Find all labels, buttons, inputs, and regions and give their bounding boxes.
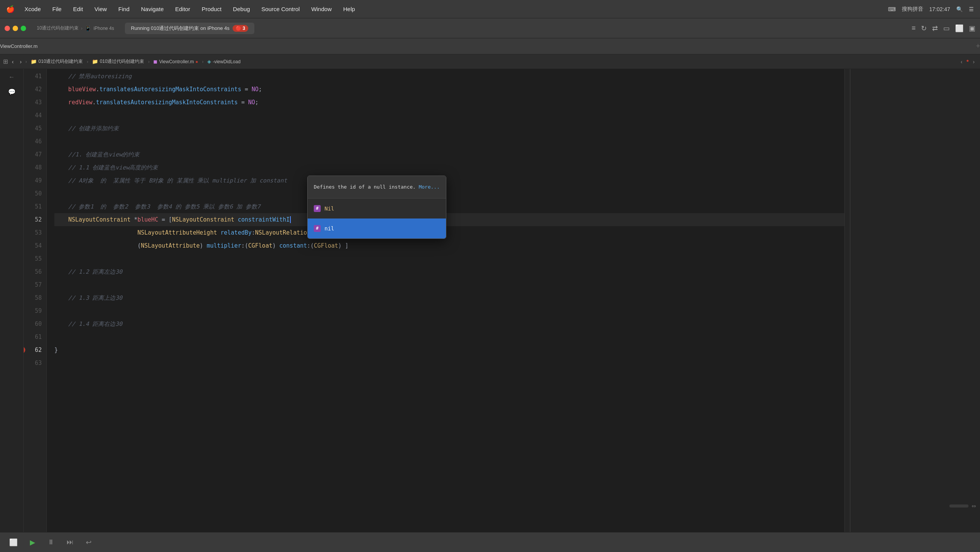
menu-xcode[interactable]: Xcode (19, 4, 46, 14)
file-icon: ◼ (153, 59, 157, 64)
add-editor-button[interactable]: + (976, 42, 980, 50)
running-tab[interactable]: Running 010通过代码创建约束 on iPhone 4s 🔴 3 (125, 23, 254, 34)
menubar: 🍎 Xcode File Edit View Find Navigate Edi… (0, 0, 980, 18)
breadcrumb-method[interactable]: ◈ -viewDidLoad (205, 58, 243, 65)
gutter-hide-icon[interactable]: ← (7, 72, 16, 82)
menu-help[interactable]: Help (338, 4, 361, 14)
bottom-toolbar: ⬜ ▶ ⏸ ⏭ ↩ (0, 532, 980, 552)
menu-view[interactable]: View (89, 4, 112, 14)
code-line-46 (54, 135, 844, 148)
nav-next-issue[interactable]: › (970, 58, 977, 66)
code-line-58: // 1.3 距离上边30 (54, 291, 844, 304)
autocomplete-more-link[interactable]: More... (419, 184, 440, 190)
breadcrumb-file[interactable]: ◼ ViewController.m ● (151, 58, 200, 65)
code-line-47: //1. 创建蓝色view的约束 (54, 148, 844, 161)
menu-editor[interactable]: Editor (170, 4, 195, 14)
code-line-51: // 参数1 的 参数2 参数3 参数4 的 参数5 乘以 参数6 加 参数7 (54, 200, 844, 213)
code-line-50 (54, 187, 844, 200)
code-line-59 (54, 304, 844, 317)
right-panel: ⇔ (850, 69, 980, 532)
code-line-53: NSLayoutAttributeHeight relatedBy:NSLayo… (54, 226, 844, 239)
autocomplete-nil-label: Nil (324, 202, 334, 215)
traffic-lights (5, 26, 26, 31)
menu-file[interactable]: File (47, 4, 67, 14)
autocomplete-item-nil[interactable]: # nil (308, 219, 446, 238)
breadcrumb-left-project[interactable]: 10通过代码创建约束 (37, 25, 79, 31)
error-indicator: ● (966, 58, 969, 66)
minimap-scroll[interactable] (949, 504, 969, 508)
menu-edit[interactable]: Edit (68, 4, 88, 14)
code-line-41: // 禁用autoresizing (54, 70, 844, 83)
menu-debug[interactable]: Debug (228, 4, 255, 14)
code-line-49: // A对象 的 某属性 等于 B对象 的 某属性 乘以 multiplier … (54, 174, 844, 187)
menu-source-control[interactable]: Source Control (256, 4, 305, 14)
menu-window[interactable]: Window (306, 4, 337, 14)
editor-main: ← 💬 41 42 43 44 45 46 47 48 49 50 51 (0, 69, 980, 532)
titlebar-right: ≡ ↻ ⇄ ▭ ⬜ ▣ (911, 24, 975, 33)
view-options-icon[interactable]: ▣ (969, 24, 975, 33)
breadcrumb-group[interactable]: 📁 010通过代码创建约束 (90, 58, 146, 66)
folder-icon-2: 📁 (92, 59, 98, 64)
scrollbar[interactable] (844, 69, 850, 532)
code-line-48: // 1.1 创建蓝色view高度的约束 (54, 161, 844, 174)
view-single-icon[interactable]: ▭ (943, 24, 950, 33)
nav-back[interactable]: ‹ (10, 58, 16, 66)
step-over-icon[interactable]: ⏭ (64, 537, 77, 548)
menu-find[interactable]: Find (113, 4, 135, 14)
keyboard-icon: ⌨ (888, 6, 896, 12)
gutter-comments-icon[interactable]: 💬 (7, 87, 17, 97)
editor-header: ViewController.m + (0, 38, 980, 54)
breadcrumb-project[interactable]: 📁 010通过代码创建约束 (28, 58, 85, 66)
autocomplete-description: Defines the id of a null instance. More.… (308, 176, 446, 199)
line-numbers: 41 42 43 44 45 46 47 48 49 50 51 52 53 5… (24, 69, 47, 532)
autocomplete-nil2-label: nil (324, 222, 334, 235)
code-line-43: redView.translatesAutoresizingMaskIntoCo… (54, 96, 844, 109)
split-icon[interactable]: ⇄ (932, 24, 938, 33)
menubar-right: ⌨ 搜狗拼音 17:02:47 🔍 ☰ (888, 6, 974, 13)
code-line-54: (NSLayoutAttribute) multiplier:(CGFloat)… (54, 239, 844, 252)
code-line-56: // 1.2 距离左边30 (54, 265, 844, 278)
autocomplete-popup[interactable]: Defines the id of a null instance. More.… (307, 176, 446, 239)
code-content[interactable]: // 禁用autoresizing blueView.translatesAut… (47, 69, 844, 532)
view-split-icon[interactable]: ⬜ (955, 24, 964, 33)
step-into-icon[interactable]: ↩ (83, 537, 95, 548)
editor-area: 41 42 43 44 45 46 47 48 49 50 51 52 53 5… (24, 69, 980, 532)
nav-arrows-right: ‹ ● › (958, 58, 977, 66)
code-line-63 (54, 356, 844, 370)
method-icon: ◈ (207, 59, 211, 64)
running-tab-label: Running 010通过代码创建约束 on iPhone 4s (131, 25, 229, 32)
search-icon[interactable]: 🔍 (956, 6, 963, 12)
autocomplete-item-Nil[interactable]: # Nil (308, 199, 446, 219)
refresh-icon[interactable]: ↻ (921, 24, 927, 33)
nav-forward[interactable]: › (18, 58, 24, 66)
nav-prev-issue[interactable]: ‹ (958, 58, 965, 66)
run-continue-icon[interactable]: ▶ (27, 537, 38, 548)
code-editor[interactable]: 41 42 43 44 45 46 47 48 49 50 51 52 53 5… (24, 69, 850, 532)
menu-navigate[interactable]: Navigate (136, 4, 169, 14)
maximize-button[interactable] (21, 26, 26, 31)
code-line-45: // 创建并添加约束 (54, 122, 844, 135)
menu-product[interactable]: Product (196, 4, 227, 14)
code-line-55 (54, 252, 844, 265)
code-lines: 41 42 43 44 45 46 47 48 49 50 51 52 53 5… (24, 69, 850, 532)
editor-filename: ViewController.m (0, 43, 38, 49)
menu-options-icon[interactable]: ☰ (969, 6, 974, 12)
breadcrumb-left-device[interactable]: iPhone 4s (93, 26, 114, 31)
code-line-57 (54, 278, 844, 291)
input-method[interactable]: 搜狗拼音 (902, 6, 923, 13)
minimize-button[interactable] (13, 26, 18, 31)
close-button[interactable] (5, 26, 10, 31)
code-line-44 (54, 109, 844, 122)
error-icon: ● (195, 59, 198, 64)
code-line-62: } (54, 343, 844, 356)
tab-bar: Running 010通过代码创建约束 on iPhone 4s 🔴 3 (125, 23, 909, 34)
pause-icon[interactable]: ⏸ (44, 537, 57, 548)
align-icon[interactable]: ≡ (911, 24, 916, 32)
apple-menu[interactable]: 🍎 (6, 5, 15, 13)
code-line-60: // 1.4 距离右边30 (54, 317, 844, 330)
autocomplete-nil-icon: # (314, 205, 321, 212)
sidebar-toggle[interactable]: ⊞ (3, 58, 8, 65)
error-badge: 🔴 3 (233, 25, 248, 32)
minimap-expand-icon[interactable]: ⇔ (972, 503, 976, 509)
debug-toggle-icon[interactable]: ⬜ (6, 537, 21, 548)
